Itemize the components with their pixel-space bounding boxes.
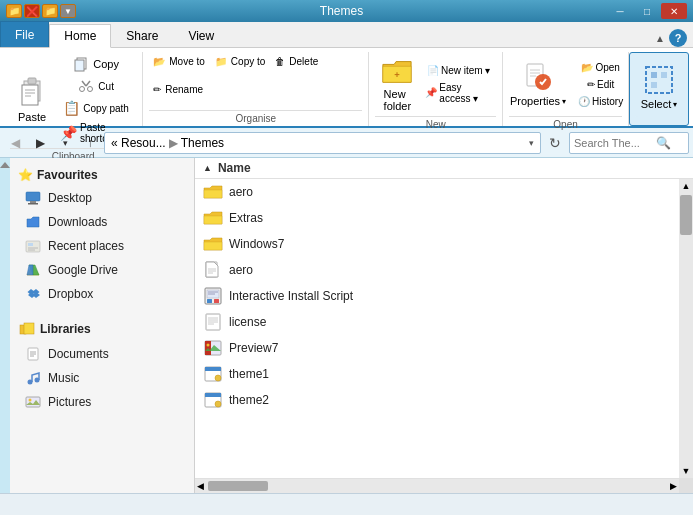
maximize-button[interactable]: □ <box>634 3 660 19</box>
svg-rect-24 <box>28 203 38 205</box>
history-icon: 🕐 <box>578 96 590 107</box>
easy-access-button[interactable]: 📌 Easy access ▾ <box>421 80 496 106</box>
file-panel: ▲ Name aero <box>195 158 693 493</box>
refresh-button[interactable]: ↻ <box>544 132 566 154</box>
move-to-button[interactable]: 📂 Move to <box>149 54 209 69</box>
title-icon-2: ❌ <box>24 4 40 18</box>
select-button[interactable]: Select ▾ <box>635 57 684 117</box>
cut-icon <box>78 78 94 94</box>
libraries-header[interactable]: Libraries <box>10 316 194 342</box>
properties-arrow: ▾ <box>562 97 566 106</box>
tab-home[interactable]: Home <box>49 24 111 48</box>
properties-button[interactable]: Properties ▾ <box>504 54 572 114</box>
new-folder-button[interactable]: + Newfolder <box>375 54 419 114</box>
scroll-thumb[interactable] <box>680 195 692 235</box>
name-column-header[interactable]: Name <box>218 161 251 175</box>
copy-to-button[interactable]: 📁 Copy to <box>211 54 269 69</box>
svg-rect-23 <box>30 201 36 203</box>
scroll-up[interactable]: ▲ <box>679 179 693 193</box>
search-input[interactable] <box>574 137 654 149</box>
vertical-scrollbar[interactable]: ▲ ▼ <box>679 179 693 478</box>
dropdown-button[interactable]: ▾ <box>54 132 76 154</box>
open-items: Properties ▾ 📂 Open ✏ Edit 🕐 History <box>504 52 627 116</box>
favourites-header[interactable]: ⭐ Favourites <box>10 164 194 186</box>
ribbon: Paste Copy <box>0 48 693 128</box>
tab-file[interactable]: File <box>0 21 49 47</box>
file-item-interactive-install-script[interactable]: Interactive Install Script <box>195 283 679 309</box>
copy-button[interactable]: Copy <box>56 54 136 74</box>
help-button[interactable]: ? <box>669 29 687 47</box>
file-item-extras-folder[interactable]: Extras <box>195 205 679 231</box>
copy-path-button[interactable]: 📋 Copy path <box>56 98 136 118</box>
sidebar-item-dropbox[interactable]: Dropbox <box>10 282 194 306</box>
paste-button[interactable]: Paste <box>10 70 54 130</box>
delete-button[interactable]: 🗑 Delete <box>271 54 322 69</box>
select-arrow: ▾ <box>673 100 677 109</box>
sidebar-item-downloads[interactable]: Downloads <box>10 210 194 234</box>
rename-icon: ✏ <box>153 84 161 95</box>
select-label-group <box>636 121 682 125</box>
desktop-icon <box>24 189 42 207</box>
history-button[interactable]: 🕐 History <box>574 94 627 109</box>
address-path[interactable]: « Resou... ▶ Themes ▾ <box>104 132 541 154</box>
script-icon <box>203 286 223 306</box>
hscroll-left[interactable]: ◀ <box>195 481 206 491</box>
google-drive-label: Google Drive <box>48 263 118 277</box>
cut-label: Cut <box>98 81 114 92</box>
open-button[interactable]: 📂 Open <box>574 60 627 75</box>
sidebar: ⭐ Favourites Desktop <box>10 158 195 493</box>
new-item-button[interactable]: 📄 New item ▾ <box>421 63 496 78</box>
sidebar-item-music[interactable]: Music <box>10 366 194 390</box>
cut-button[interactable]: Cut <box>56 76 136 96</box>
search-box[interactable]: 🔍 <box>569 132 689 154</box>
close-button[interactable]: ✕ <box>661 3 687 19</box>
organise-group: 📂 Move to 📁 Copy to 🗑 Delete ✏ Rename Or… <box>143 52 369 126</box>
edit-button[interactable]: ✏ Edit <box>574 77 627 92</box>
paste-icon <box>16 77 48 109</box>
sidebar-item-pictures[interactable]: Pictures <box>10 390 194 414</box>
file-item-aero[interactable]: aero <box>195 257 679 283</box>
forward-button[interactable]: ▶ <box>29 132 51 154</box>
file-item-theme1[interactable]: theme1 <box>195 361 679 387</box>
hscroll-area: ◀ ▶ <box>195 478 693 493</box>
svg-rect-19 <box>651 72 657 78</box>
file-label: license <box>229 315 266 329</box>
path-dropdown[interactable]: ▾ <box>529 138 534 148</box>
file-item-aero-folder[interactable]: aero <box>195 179 679 205</box>
tab-share[interactable]: Share <box>111 23 173 47</box>
minimize-button[interactable]: ─ <box>607 3 633 19</box>
downloads-icon <box>24 213 42 231</box>
file-label: Interactive Install Script <box>229 289 353 303</box>
file-item-windows7-folder[interactable]: Windows7 <box>195 231 679 257</box>
clipboard-group: Paste Copy <box>4 52 143 126</box>
properties-icon <box>522 61 554 93</box>
window-title: Themes <box>76 4 607 18</box>
libraries-label: Libraries <box>40 322 91 336</box>
path-part-2: Themes <box>181 136 224 150</box>
horizontal-scrollbar[interactable]: ◀ ▶ <box>195 479 679 493</box>
folder-icon <box>203 208 223 228</box>
file-item-theme2[interactable]: theme2 <box>195 387 679 413</box>
tab-view[interactable]: View <box>173 23 229 47</box>
title-icon-1: 📁 <box>6 4 22 18</box>
copy-to-icon: 📁 <box>215 56 227 67</box>
new-label: New <box>375 116 496 132</box>
rename-button[interactable]: ✏ Rename <box>149 82 207 97</box>
svg-marker-31 <box>27 265 33 275</box>
hscroll-thumb[interactable] <box>208 481 268 491</box>
file-item-preview7[interactable]: Preview7 <box>195 335 679 361</box>
file-item-license[interactable]: license <box>195 309 679 335</box>
hscroll-right[interactable]: ▶ <box>668 481 679 491</box>
back-button[interactable]: ◀ <box>4 132 26 154</box>
sidebar-item-google-drive[interactable]: Google Drive <box>10 258 194 282</box>
dropbox-icon <box>24 285 42 303</box>
favourites-section: ⭐ Favourites Desktop <box>10 162 194 308</box>
sidebar-item-desktop[interactable]: Desktop <box>10 186 194 210</box>
up-button[interactable]: ↑ <box>79 132 101 154</box>
ribbon-collapse-icon[interactable]: ▲ <box>655 33 665 44</box>
scroll-down[interactable]: ▼ <box>679 464 693 478</box>
sidebar-item-documents[interactable]: Documents <box>10 342 194 366</box>
sidebar-item-recent[interactable]: Recent places <box>10 234 194 258</box>
copy-icon <box>73 56 89 72</box>
title-bar-controls[interactable]: ─ □ ✕ <box>607 3 687 19</box>
